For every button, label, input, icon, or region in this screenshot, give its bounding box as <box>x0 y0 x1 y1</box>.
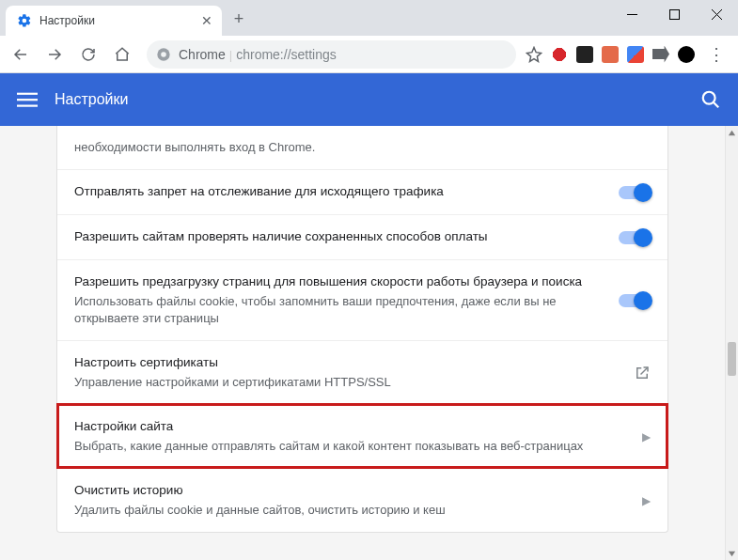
browser-tab-active[interactable]: Настройки ✕ <box>6 6 222 36</box>
back-button[interactable] <box>6 39 36 70</box>
setting-row-do-not-track: Отправлять запрет на отслеживание для ис… <box>57 169 667 214</box>
tab-title: Настройки <box>39 14 194 27</box>
extension-icons <box>526 46 699 63</box>
new-tab-button[interactable]: + <box>226 6 252 32</box>
svg-rect-1 <box>670 9 680 19</box>
address-bar[interactable]: Chrome|chrome://settings <box>147 40 516 69</box>
toggle-payment-check[interactable] <box>619 231 651 244</box>
extension-icon-3[interactable] <box>602 46 619 63</box>
cast-icon[interactable] <box>652 46 669 63</box>
setting-subtitle: Удалить файлы cookie и данные сайтов, оч… <box>74 502 629 519</box>
svg-rect-4 <box>17 93 38 95</box>
scroll-down-arrow[interactable] <box>726 547 738 560</box>
setting-title: Настроить сертификаты <box>74 354 620 372</box>
settings-content: необходимости выполнять вход в Chrome. О… <box>0 126 738 560</box>
toggle-do-not-track[interactable] <box>619 186 651 199</box>
settings-card: необходимости выполнять вход в Chrome. О… <box>56 126 668 533</box>
setting-row-site-settings[interactable]: Настройки сайта Выбрать, какие данные от… <box>57 404 667 468</box>
browser-menu-button[interactable]: ⋮ <box>702 44 730 65</box>
scroll-area: необходимости выполнять вход в Chrome. О… <box>0 126 725 560</box>
extension-icon-4[interactable] <box>627 46 644 63</box>
address-bar-text: Chrome|chrome://settings <box>179 47 337 62</box>
setting-title: Настройки сайта <box>74 418 629 436</box>
setting-title: Разрешить предзагрузку страниц для повыш… <box>74 273 605 291</box>
setting-subtitle: Выбрать, какие данные отправлять сайтам … <box>74 438 629 455</box>
svg-point-3 <box>161 52 166 57</box>
setting-subtitle: Использовать файлы cookie, чтобы запомни… <box>74 293 605 327</box>
maximize-button[interactable] <box>653 0 696 28</box>
setting-subtitle: Управление настройками и сертификатами H… <box>74 374 620 391</box>
home-button[interactable] <box>107 39 137 70</box>
chrome-icon <box>156 47 171 62</box>
setting-row-clear-history[interactable]: Очистить историю Удалить файлы cookie и … <box>57 468 667 532</box>
section-languages: Языки <box>0 544 725 560</box>
setting-title: Отправлять запрет на отслеживание для ис… <box>74 183 605 201</box>
chevron-right-icon: ▶ <box>642 430 651 443</box>
gear-icon <box>17 13 32 28</box>
forward-button[interactable] <box>39 39 70 70</box>
scroll-thumb[interactable] <box>728 342 736 376</box>
setting-title: Очистить историю <box>74 482 629 500</box>
browser-toolbar: Chrome|chrome://settings ⋮ <box>0 36 738 73</box>
svg-point-7 <box>703 92 715 104</box>
bookmark-star-icon[interactable] <box>526 46 542 63</box>
setting-row-payment-check: Разрешить сайтам проверять наличие сохра… <box>57 214 667 259</box>
extension-icon-2[interactable] <box>576 46 593 63</box>
extension-icon-1[interactable] <box>551 46 568 63</box>
reload-button[interactable] <box>73 39 103 70</box>
minimize-button[interactable] <box>611 0 653 28</box>
svg-rect-0 <box>627 14 637 15</box>
svg-rect-6 <box>17 105 38 107</box>
setting-title: Разрешить сайтам проверять наличие сохра… <box>74 228 605 246</box>
scroll-up-arrow[interactable] <box>726 126 738 139</box>
svg-rect-5 <box>17 99 38 101</box>
window-close-button[interactable] <box>696 0 738 28</box>
vertical-scrollbar[interactable] <box>725 126 738 560</box>
hamburger-icon[interactable] <box>17 89 38 110</box>
close-icon[interactable]: ✕ <box>201 14 212 27</box>
window-controls <box>611 0 738 28</box>
setting-row-certificates[interactable]: Настроить сертификаты Управление настрой… <box>57 340 667 404</box>
window-titlebar: Настройки ✕ + <box>0 0 738 36</box>
setting-row-partial: необходимости выполнять вход в Chrome. <box>57 126 667 169</box>
settings-header: Настройки <box>0 73 738 126</box>
page-title: Настройки <box>55 91 683 108</box>
open-external-icon <box>634 365 651 381</box>
extension-icon-5[interactable] <box>678 46 695 63</box>
setting-subtitle: необходимости выполнять вход в Chrome. <box>74 139 651 156</box>
chevron-right-icon: ▶ <box>642 494 651 507</box>
setting-row-preload: Разрешить предзагрузку страниц для повыш… <box>57 259 667 340</box>
toggle-preload[interactable] <box>619 294 651 307</box>
search-icon[interactable] <box>700 89 721 110</box>
